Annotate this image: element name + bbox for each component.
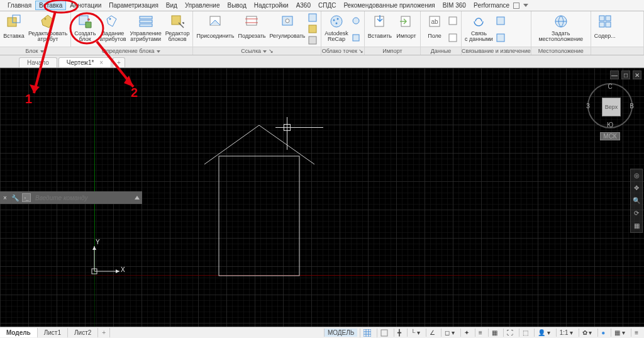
status-person-icon[interactable]: 👤 ▾ [534,329,553,337]
panel-link-title[interactable]: Ссылка ↘ [193,47,321,55]
status-scale[interactable]: 1:1 ▾ [556,329,576,337]
nav-zoom-icon[interactable]: 🔍 [632,196,641,205]
cmd-input[interactable] [33,193,132,203]
add-layout-btn[interactable]: + [98,328,110,337]
menu-manage[interactable]: Управление [181,1,224,10]
canvas-close-btn[interactable]: ✕ [633,70,641,79]
link-icon-2[interactable] [496,33,506,43]
status-osnap-icon[interactable]: ◻ ▾ [441,329,458,337]
menu-recommended[interactable]: Рекомендованные приложения [340,1,438,10]
status-snap-icon[interactable] [377,329,391,337]
data-icon-1[interactable] [448,16,458,26]
link-data-btn[interactable]: Связь с данными [463,13,495,43]
status-osnap3d-icon[interactable]: ✦ [460,329,472,337]
status-iso-icon[interactable]: ▦ ▾ [611,329,628,337]
attach-btn[interactable]: Присоединить [194,13,236,43]
menu-bim360[interactable]: BIM 360 [439,1,470,10]
menu-performance[interactable]: Performance [470,1,513,10]
link-icon-1[interactable] [496,16,506,26]
panel-blockdef-title[interactable]: Определение блока [69,47,192,55]
status-model[interactable]: МОДЕЛЬ [324,329,357,337]
cmd-history-icon[interactable] [135,196,140,200]
status-plus-icon[interactable]: ╋ [394,329,404,337]
status-3dosnap-icon[interactable]: ⛶ [503,329,516,337]
nav-pan-icon[interactable]: ✥ [632,184,641,193]
svg-rect-6 [140,20,152,23]
status-lineweight-icon[interactable]: ≡ [475,329,486,337]
viewcube-n[interactable]: С [608,83,612,90]
nav-orbit-icon[interactable]: ⟳ [632,209,641,218]
sheet1-tab[interactable]: Лист1 [38,328,68,337]
drawing1-tab[interactable]: Чертеж1* × [58,57,111,67]
nav-showmotion-icon[interactable]: ▦ [632,222,641,230]
command-line[interactable]: × 🔧 ›_ [0,191,142,204]
menu-a360[interactable]: A360 [292,1,314,10]
status-polar-icon[interactable]: ∠ [426,329,438,337]
set-attrs-btn[interactable]: Задание атрибутов [97,13,128,43]
set-location-btn[interactable]: Задать местоположение [533,13,589,43]
menu-dropdown-icon[interactable] [523,4,528,7]
cloud-icon-2[interactable] [352,33,362,43]
menu-main[interactable]: Главная [4,1,35,10]
status-grid-icon[interactable] [360,329,374,337]
start-tab[interactable]: Начало [19,57,57,67]
menu-view[interactable]: Вид [162,1,181,10]
field-btn[interactable]: ab Поле [422,13,447,43]
manage-attrs-btn[interactable]: Управление атрибутами [128,13,164,43]
field-icon: ab [426,13,443,30]
xref-icon-3[interactable] [308,36,318,46]
import-btn[interactable]: Импорт [394,13,419,43]
status-gear-icon[interactable]: ✿ ▾ [579,329,596,337]
status-dot-icon[interactable]: ● [597,329,608,337]
menu-addons[interactable]: Надстройки [250,1,292,10]
add-tab-btn[interactable]: + [113,57,125,67]
viewcube-w[interactable]: З [586,103,590,110]
svg-rect-32 [606,16,611,21]
ucs-icon: X Y [88,240,126,278]
menu-annotations[interactable]: Аннотации [66,1,105,10]
menu-spds[interactable]: СПДС [314,1,340,10]
model-tab[interactable]: Модель [0,328,38,337]
status-menu-icon[interactable]: ≡ [631,329,641,337]
status-selection-icon[interactable]: ⬚ [519,329,531,337]
xref-icon-1[interactable] [308,13,318,23]
menu-extra-icon[interactable] [513,3,519,9]
insert2-btn[interactable]: Вставить [366,13,394,43]
cloud-icon-1[interactable] [352,16,362,26]
clip-label: Подрезать [238,30,265,43]
sheet2-tab[interactable]: Лист2 [68,328,98,337]
status-ortho-icon[interactable]: └ ▾ [407,329,423,337]
adjust-btn[interactable]: Регулировать [268,13,308,43]
content-btn[interactable]: Содер... [592,13,618,43]
create-block-btn[interactable]: Создать блок [72,13,97,43]
block-editor-btn[interactable]: Редактор блоков [164,13,192,43]
panel-cloud-title[interactable]: Облако точек ↘ [321,47,364,55]
xref-icon-2[interactable] [308,25,318,35]
menu-parametric[interactable]: Параметризация [105,1,162,10]
status-transparency-icon[interactable]: ▦ [488,329,501,337]
recap-btn[interactable]: Autodesk ReCap [323,13,350,43]
svg-rect-15 [309,37,316,44]
menu-output[interactable]: Вывод [224,1,250,10]
menu-insert[interactable]: Вставка [35,1,66,10]
manage-attrs-icon [138,13,154,30]
viewcube-s[interactable]: Ю [607,121,613,128]
canvas-minimize-btn[interactable]: — [610,70,619,79]
viewcube-e[interactable]: В [630,103,634,110]
canvas-maximize-btn[interactable]: □ [621,70,630,79]
cmd-close-btn[interactable]: × [0,194,10,201]
close-tab-icon[interactable]: × [99,59,103,66]
viewcube-mck[interactable]: МСК [600,132,619,140]
cmd-settings-icon[interactable]: 🔧 [10,194,20,201]
link-data-label: Связь с данными [465,30,493,43]
insert-btn[interactable]: Вставка [1,13,26,43]
import-icon [398,13,414,30]
viewcube[interactable]: С Ю В З Верх МСК [585,83,635,152]
clip-btn[interactable]: Подрезать [236,13,267,43]
data-icon-2[interactable] [448,33,458,43]
edit-attr-btn[interactable]: Редактировать атрибут [26,13,69,43]
viewcube-face[interactable]: Верх [602,98,621,116]
nav-wheel-icon[interactable]: ◎ [632,171,641,180]
panel-block-title[interactable]: Блок [0,47,69,55]
svg-rect-35 [219,156,299,276]
